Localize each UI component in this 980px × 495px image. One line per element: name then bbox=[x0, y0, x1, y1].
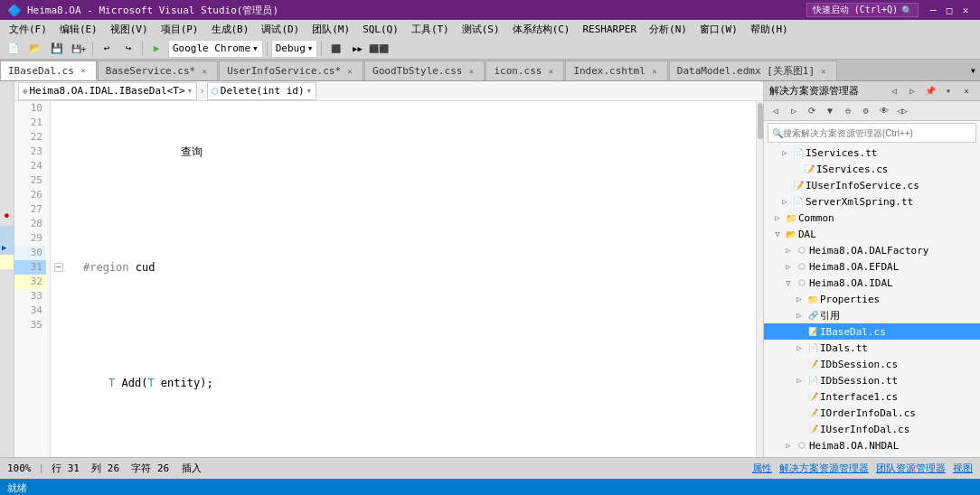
menu-file[interactable]: 文件(F) bbox=[4, 20, 52, 38]
close-button[interactable]: ✕ bbox=[958, 3, 973, 17]
toolbar-saveall[interactable]: 💾+ bbox=[69, 40, 89, 58]
toolbar-undo[interactable]: ↩ bbox=[97, 40, 117, 58]
tree-item-iservices-cs[interactable]: 📝 IServices.cs bbox=[764, 161, 980, 177]
toolbar-redo[interactable]: ↪ bbox=[118, 40, 138, 58]
tree-item-idal[interactable]: ▽ ⬡ Heima8.OA.IDAL bbox=[764, 275, 980, 291]
region-collapse[interactable]: ─ bbox=[54, 263, 63, 272]
se-toolbar-prop[interactable]: ⚙ bbox=[858, 103, 874, 119]
bottom-tab-properties[interactable]: 属性 bbox=[752, 462, 772, 475]
tree-item-common[interactable]: ▷ 📁 Common bbox=[764, 210, 980, 226]
code-line-25 bbox=[54, 434, 752, 448]
se-toolbar-more[interactable]: ◁▷ bbox=[894, 103, 910, 119]
se-toolbar-preview[interactable]: 👁 bbox=[876, 103, 892, 119]
quick-launch[interactable]: 快速启动 (Ctrl+Q) 🔍 bbox=[806, 3, 919, 17]
code-editor[interactable]: ⊕ Heima8.OA.IDAL.IBaseDal<T> ▾ › ⬡ Delet… bbox=[14, 81, 763, 457]
se-pin[interactable]: 📌 bbox=[922, 83, 938, 99]
debug-target-dropdown[interactable]: Google Chrome ▾ bbox=[168, 40, 263, 58]
se-toolbar-collapse[interactable]: ⊖ bbox=[840, 103, 856, 119]
tree-item-idbsession-tt[interactable]: ▷ 📄 IDbSession.tt bbox=[764, 372, 980, 388]
minimize-button[interactable]: ─ bbox=[926, 3, 940, 17]
tree-item-ibasedal-cs[interactable]: 📝 IBaseDal.cs bbox=[764, 323, 980, 340]
tab-close-icon[interactable]: ✕ bbox=[344, 66, 355, 77]
toolbar-save[interactable]: 💾 bbox=[47, 40, 67, 58]
tab-close-icon[interactable]: ✕ bbox=[199, 66, 210, 77]
build-config-dropdown[interactable]: Debug ▾ bbox=[271, 40, 318, 58]
menu-analyze[interactable]: 分析(N) bbox=[644, 20, 693, 38]
menu-build[interactable]: 生成(B) bbox=[206, 20, 255, 38]
toolbar-btn1[interactable]: ⬛ bbox=[325, 40, 345, 58]
tab-close-icon[interactable]: ✕ bbox=[818, 66, 829, 77]
tree-item-idals-tt[interactable]: ▷ 📄 IDals.tt bbox=[764, 340, 980, 356]
tree-item-nhdal[interactable]: ▷ ⬡ Heima8.OA.NHDAL bbox=[764, 437, 980, 453]
tab-icon[interactable]: icon.css ✕ bbox=[485, 61, 564, 80]
menu-sql[interactable]: SQL(Q) bbox=[357, 20, 404, 38]
se-dropdown[interactable]: ▾ bbox=[940, 83, 956, 99]
bottom-tab-solution[interactable]: 解决方案资源管理器 bbox=[779, 462, 869, 475]
se-btn-1[interactable]: ◁ bbox=[886, 83, 902, 99]
tab-userinfoservice[interactable]: UserInfoService.cs* ✕ bbox=[219, 61, 363, 80]
menu-help[interactable]: 帮助(H) bbox=[745, 20, 794, 38]
tree-item-iuserinfo[interactable]: 📝 IUserInfoDal.cs bbox=[764, 421, 980, 437]
breadcrumb-class[interactable]: ⊕ Heima8.OA.IDAL.IBaseDal<T> ▾ bbox=[18, 82, 197, 100]
query-button[interactable]: 查询 bbox=[181, 145, 203, 159]
toolbar-new[interactable]: 📄 bbox=[4, 40, 24, 58]
tab-close-icon[interactable]: ✕ bbox=[466, 66, 476, 77]
tree-item-iservices-tt[interactable]: ▷ 📄 IServices.tt bbox=[764, 145, 980, 161]
se-toolbar-btn1[interactable]: ◁ bbox=[768, 103, 784, 119]
menu-arch[interactable]: 体系结构(C) bbox=[507, 20, 576, 38]
menu-edit[interactable]: 编辑(E) bbox=[54, 20, 103, 38]
tree-item-demos[interactable]: ▷ 📁 Demos bbox=[764, 453, 980, 457]
se-toolbar-sync[interactable]: ⟳ bbox=[804, 103, 820, 119]
line-numbers: 10 21 22 23 24 25 26 27 28 29 30 31 32 3… bbox=[14, 101, 51, 457]
tree-item-efdal[interactable]: ▷ ⬡ Heima8.OA.EFDAL bbox=[764, 258, 980, 275]
title-bar: 🔷 Heima8.OA - Microsoft Visual Studio(管理… bbox=[0, 0, 980, 20]
cs-icon2: 📝 bbox=[791, 178, 806, 192]
menu-debug[interactable]: 调试(D) bbox=[256, 20, 305, 38]
tab-close-icon[interactable]: ✕ bbox=[649, 66, 660, 77]
tree-item-refs[interactable]: ▷ 🔗 引用 bbox=[764, 307, 980, 323]
tree-item-dalFactory[interactable]: ▷ ⬡ Heima8.OA.DALFactory bbox=[764, 242, 980, 258]
tree-item-serverxml[interactable]: ▷ 📄 ServerXmlSpring.tt bbox=[764, 193, 980, 210]
menu-test[interactable]: 测试(S) bbox=[457, 20, 505, 38]
toolbar-btn3[interactable]: ⬛⬛ bbox=[369, 40, 389, 58]
solution-search-input[interactable] bbox=[783, 128, 972, 138]
tab-baseservice[interactable]: BaseService.cs* ✕ bbox=[98, 61, 218, 80]
maximize-button[interactable]: □ bbox=[942, 3, 956, 17]
menu-team[interactable]: 团队(M) bbox=[306, 20, 355, 38]
tab-datamodel[interactable]: DataModel.edmx [关系图1] ✕ bbox=[669, 61, 837, 80]
tab-close-icon[interactable]: ✕ bbox=[545, 66, 556, 77]
solution-search-bar: 🔍 bbox=[768, 123, 976, 143]
solution-explorer-panel: 解决方案资源管理器 ◁ ▷ 📌 ▾ ✕ ◁ ▷ ⟳ ▼ ⊖ ⚙ 👁 ◁▷ 🔍 bbox=[763, 81, 980, 457]
tree-item-dal[interactable]: ▽ 📂 DAL bbox=[764, 226, 980, 242]
tree-item-iorderinfo[interactable]: 📝 IOrderInfoDal.cs bbox=[764, 405, 980, 421]
menu-tools[interactable]: 工具(T) bbox=[406, 20, 455, 38]
tab-ibasedal[interactable]: IBaseDal.cs ✕ bbox=[0, 61, 97, 80]
code-content[interactable]: 查询 ─ #region cud T Add(T entity); bbox=[51, 101, 756, 457]
tree-item-interface1[interactable]: 📝 Interface1.cs bbox=[764, 388, 980, 405]
toolbar-start-debug[interactable]: ▶ bbox=[146, 40, 166, 58]
scrollbar-thumb[interactable] bbox=[758, 103, 763, 139]
breadcrumb-method[interactable]: ⬡ Delete(int id) ▾ bbox=[207, 82, 316, 100]
tree-item-idbsession-cs[interactable]: 📝 IDbSession.cs bbox=[764, 356, 980, 372]
toolbar-open[interactable]: 📂 bbox=[25, 40, 45, 58]
tab-index[interactable]: Index.cshtml ✕ bbox=[565, 61, 667, 80]
tree-item-iuserinfoservice[interactable]: 📝 IUserInfoService.cs bbox=[764, 177, 980, 193]
tree-item-properties[interactable]: ▷ 📁 Properties bbox=[764, 291, 980, 307]
bottom-tab-team[interactable]: 团队资源管理器 bbox=[876, 462, 946, 475]
se-close[interactable]: ✕ bbox=[958, 83, 975, 99]
se-toolbar-btn2[interactable]: ▷ bbox=[786, 103, 802, 119]
editor-scrollbar[interactable] bbox=[756, 101, 763, 457]
menu-project[interactable]: 项目(P) bbox=[155, 20, 204, 38]
method-icon: ⬡ bbox=[212, 87, 219, 96]
tab-overflow-button[interactable]: ▾ bbox=[966, 61, 980, 80]
toolbar-btn2[interactable]: ▶▶ bbox=[347, 40, 367, 58]
se-btn-2[interactable]: ▷ bbox=[904, 83, 920, 99]
menu-view[interactable]: 视图(V) bbox=[105, 20, 154, 38]
tab-goodtbstyle[interactable]: GoodTbStyle.css ✕ bbox=[364, 61, 485, 80]
chevron-down-icon2: ▾ bbox=[307, 42, 314, 54]
bottom-tab-view[interactable]: 视图 bbox=[953, 462, 973, 475]
menu-window[interactable]: 窗口(W) bbox=[694, 20, 743, 38]
menu-resharper[interactable]: RESHARPER bbox=[578, 20, 643, 38]
se-toolbar-filter[interactable]: ▼ bbox=[822, 103, 838, 119]
tab-close-icon[interactable]: ✕ bbox=[78, 65, 89, 76]
